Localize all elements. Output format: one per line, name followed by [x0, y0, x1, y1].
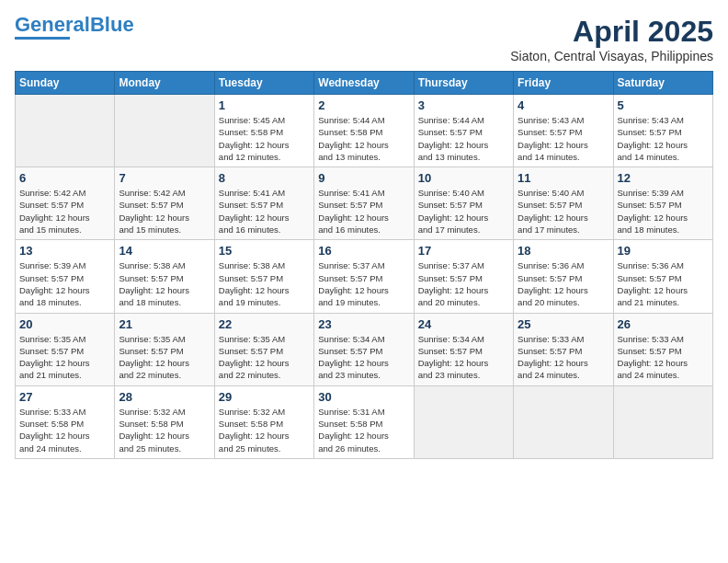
day-info: Sunrise: 5:39 AM Sunset: 5:57 PM Dayligh…	[618, 187, 709, 236]
location-subtitle: Siaton, Central Visayas, Philippines	[510, 49, 713, 63]
day-info: Sunrise: 5:44 AM Sunset: 5:57 PM Dayligh…	[418, 114, 509, 163]
day-info: Sunrise: 5:43 AM Sunset: 5:57 PM Dayligh…	[618, 114, 709, 163]
calendar-cell: 7Sunrise: 5:42 AM Sunset: 5:57 PM Daylig…	[115, 167, 214, 240]
day-info: Sunrise: 5:32 AM Sunset: 5:58 PM Dayligh…	[219, 406, 310, 454]
calendar-cell: 24Sunrise: 5:34 AM Sunset: 5:57 PM Dayli…	[414, 313, 513, 385]
day-info: Sunrise: 5:38 AM Sunset: 5:57 PM Dayligh…	[219, 259, 310, 308]
calendar-cell: 14Sunrise: 5:38 AM Sunset: 5:57 PM Dayli…	[115, 240, 214, 313]
header-cell-friday: Friday	[514, 72, 613, 95]
day-info: Sunrise: 5:35 AM Sunset: 5:57 PM Dayligh…	[119, 333, 210, 382]
calendar-cell: 28Sunrise: 5:32 AM Sunset: 5:58 PM Dayli…	[115, 385, 214, 458]
calendar-cell: 15Sunrise: 5:38 AM Sunset: 5:57 PM Dayli…	[214, 240, 313, 313]
day-info: Sunrise: 5:39 AM Sunset: 5:57 PM Dayligh…	[19, 259, 110, 308]
header-cell-saturday: Saturday	[613, 72, 712, 95]
calendar-cell: 10Sunrise: 5:40 AM Sunset: 5:57 PM Dayli…	[414, 167, 513, 240]
day-number: 24	[418, 317, 509, 331]
day-number: 9	[318, 171, 409, 185]
title-block: April 2025 Siaton, Central Visayas, Phil…	[510, 15, 713, 63]
calendar-cell	[16, 95, 115, 167]
month-year-title: April 2025	[510, 15, 713, 49]
day-number: 16	[318, 244, 409, 258]
logo: GeneralBlue	[15, 15, 134, 40]
header-cell-tuesday: Tuesday	[214, 72, 313, 95]
day-info: Sunrise: 5:38 AM Sunset: 5:57 PM Dayligh…	[119, 259, 210, 308]
calendar-cell: 20Sunrise: 5:35 AM Sunset: 5:57 PM Dayli…	[16, 313, 115, 385]
day-number: 27	[19, 390, 110, 404]
day-info: Sunrise: 5:33 AM Sunset: 5:58 PM Dayligh…	[19, 406, 110, 454]
day-info: Sunrise: 5:45 AM Sunset: 5:58 PM Dayligh…	[219, 114, 310, 163]
day-info: Sunrise: 5:33 AM Sunset: 5:57 PM Dayligh…	[518, 333, 609, 382]
calendar-cell	[115, 95, 214, 167]
header-cell-monday: Monday	[115, 72, 214, 95]
day-number: 5	[618, 98, 709, 112]
day-info: Sunrise: 5:41 AM Sunset: 5:57 PM Dayligh…	[318, 187, 409, 236]
day-number: 19	[618, 244, 709, 258]
calendar-cell: 30Sunrise: 5:31 AM Sunset: 5:58 PM Dayli…	[314, 385, 414, 458]
calendar-cell: 3Sunrise: 5:44 AM Sunset: 5:57 PM Daylig…	[414, 95, 513, 167]
calendar-cell	[414, 385, 513, 458]
day-info: Sunrise: 5:35 AM Sunset: 5:57 PM Dayligh…	[219, 333, 310, 382]
calendar-week-3: 13Sunrise: 5:39 AM Sunset: 5:57 PM Dayli…	[16, 240, 713, 313]
calendar-cell: 8Sunrise: 5:41 AM Sunset: 5:57 PM Daylig…	[214, 167, 313, 240]
day-info: Sunrise: 5:40 AM Sunset: 5:57 PM Dayligh…	[518, 187, 609, 236]
calendar-cell: 29Sunrise: 5:32 AM Sunset: 5:58 PM Dayli…	[214, 385, 313, 458]
calendar-cell: 22Sunrise: 5:35 AM Sunset: 5:57 PM Dayli…	[214, 313, 313, 385]
calendar-cell: 5Sunrise: 5:43 AM Sunset: 5:57 PM Daylig…	[613, 95, 712, 167]
day-number: 28	[119, 390, 210, 404]
day-info: Sunrise: 5:40 AM Sunset: 5:57 PM Dayligh…	[418, 187, 509, 236]
day-number: 1	[219, 98, 310, 112]
calendar-cell: 16Sunrise: 5:37 AM Sunset: 5:57 PM Dayli…	[314, 240, 414, 313]
logo-general: General	[15, 13, 90, 36]
day-info: Sunrise: 5:37 AM Sunset: 5:57 PM Dayligh…	[318, 259, 409, 308]
day-info: Sunrise: 5:44 AM Sunset: 5:58 PM Dayligh…	[318, 114, 409, 163]
day-info: Sunrise: 5:43 AM Sunset: 5:57 PM Dayligh…	[518, 114, 609, 163]
header-cell-wednesday: Wednesday	[314, 72, 414, 95]
day-number: 2	[318, 98, 409, 112]
day-info: Sunrise: 5:32 AM Sunset: 5:58 PM Dayligh…	[119, 406, 210, 454]
calendar-cell: 13Sunrise: 5:39 AM Sunset: 5:57 PM Dayli…	[16, 240, 115, 313]
logo-blue: Blue	[90, 13, 134, 36]
day-info: Sunrise: 5:42 AM Sunset: 5:57 PM Dayligh…	[119, 187, 210, 236]
day-number: 21	[119, 317, 210, 331]
calendar-cell: 1Sunrise: 5:45 AM Sunset: 5:58 PM Daylig…	[214, 95, 313, 167]
day-number: 4	[518, 98, 609, 112]
day-info: Sunrise: 5:35 AM Sunset: 5:57 PM Dayligh…	[19, 333, 110, 382]
header-cell-sunday: Sunday	[16, 72, 115, 95]
calendar-cell: 27Sunrise: 5:33 AM Sunset: 5:58 PM Dayli…	[16, 385, 115, 458]
day-number: 14	[119, 244, 210, 258]
day-number: 29	[219, 390, 310, 404]
day-number: 12	[618, 171, 709, 185]
calendar-body: 1Sunrise: 5:45 AM Sunset: 5:58 PM Daylig…	[16, 95, 713, 459]
day-number: 17	[418, 244, 509, 258]
calendar-cell: 4Sunrise: 5:43 AM Sunset: 5:57 PM Daylig…	[514, 95, 613, 167]
calendar-table: SundayMondayTuesdayWednesdayThursdayFrid…	[15, 71, 713, 459]
day-info: Sunrise: 5:36 AM Sunset: 5:57 PM Dayligh…	[618, 259, 709, 308]
calendar-cell: 23Sunrise: 5:34 AM Sunset: 5:57 PM Dayli…	[314, 313, 414, 385]
calendar-week-2: 6Sunrise: 5:42 AM Sunset: 5:57 PM Daylig…	[16, 167, 713, 240]
day-number: 18	[518, 244, 609, 258]
day-info: Sunrise: 5:41 AM Sunset: 5:57 PM Dayligh…	[219, 187, 310, 236]
day-info: Sunrise: 5:37 AM Sunset: 5:57 PM Dayligh…	[418, 259, 509, 308]
day-number: 15	[219, 244, 310, 258]
calendar-cell: 21Sunrise: 5:35 AM Sunset: 5:57 PM Dayli…	[115, 313, 214, 385]
day-info: Sunrise: 5:34 AM Sunset: 5:57 PM Dayligh…	[318, 333, 409, 382]
calendar-cell	[613, 385, 712, 458]
day-info: Sunrise: 5:31 AM Sunset: 5:58 PM Dayligh…	[318, 406, 409, 454]
calendar-cell: 11Sunrise: 5:40 AM Sunset: 5:57 PM Dayli…	[514, 167, 613, 240]
day-number: 13	[19, 244, 110, 258]
day-info: Sunrise: 5:34 AM Sunset: 5:57 PM Dayligh…	[418, 333, 509, 382]
calendar-cell: 18Sunrise: 5:36 AM Sunset: 5:57 PM Dayli…	[514, 240, 613, 313]
calendar-cell: 6Sunrise: 5:42 AM Sunset: 5:57 PM Daylig…	[16, 167, 115, 240]
calendar-cell: 2Sunrise: 5:44 AM Sunset: 5:58 PM Daylig…	[314, 95, 414, 167]
calendar-cell: 9Sunrise: 5:41 AM Sunset: 5:57 PM Daylig…	[314, 167, 414, 240]
calendar-week-5: 27Sunrise: 5:33 AM Sunset: 5:58 PM Dayli…	[16, 385, 713, 458]
page-header: GeneralBlue April 2025 Siaton, Central V…	[15, 15, 713, 63]
day-number: 10	[418, 171, 509, 185]
header-cell-thursday: Thursday	[414, 72, 513, 95]
logo-text: GeneralBlue	[15, 15, 134, 35]
day-info: Sunrise: 5:33 AM Sunset: 5:57 PM Dayligh…	[618, 333, 709, 382]
day-number: 6	[19, 171, 110, 185]
day-number: 23	[318, 317, 409, 331]
day-info: Sunrise: 5:42 AM Sunset: 5:57 PM Dayligh…	[19, 187, 110, 236]
calendar-cell: 19Sunrise: 5:36 AM Sunset: 5:57 PM Dayli…	[613, 240, 712, 313]
